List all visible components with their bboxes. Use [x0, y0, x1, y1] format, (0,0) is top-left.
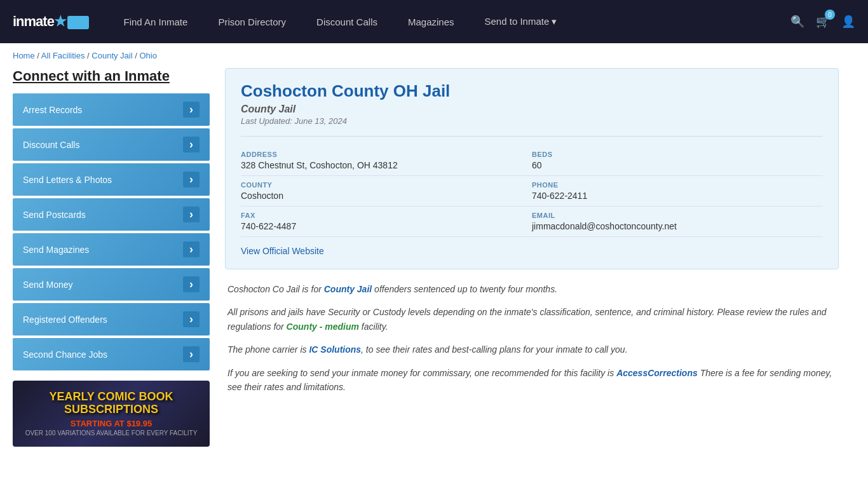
sidebar-item-registered-offenders[interactable]: Registered Offenders › [13, 303, 210, 336]
ad-note: OVER 100 VARIATIONS AVAILABLE FOR EVERY … [25, 430, 198, 437]
breadcrumb-home[interactable]: Home [13, 51, 35, 60]
sidebar-item-send-money[interactable]: Send Money › [13, 268, 210, 301]
nav-discount-calls[interactable]: Discount Calls [301, 0, 393, 43]
arrow-icon: › [183, 241, 200, 257]
sidebar-menu: Arrest Records › Discount Calls › Send L… [13, 93, 210, 370]
county-jail-link[interactable]: County Jail [324, 284, 372, 294]
fax-cell: FAX 740-622-4487 [241, 207, 532, 237]
nav-send-to-inmate[interactable]: Send to Inmate ▾ [470, 0, 573, 43]
nav-find-inmate[interactable]: Find An Inmate [108, 0, 203, 43]
nav-prison-directory[interactable]: Prison Directory [203, 0, 301, 43]
logo-text: inmate★AID [13, 13, 89, 30]
info-para1: Coshocton Co Jail is for County Jail off… [227, 282, 836, 296]
list-item: Send Money › [13, 268, 210, 301]
arrow-icon: › [183, 346, 200, 362]
breadcrumb: Home / All Facilities / County Jail / Oh… [0, 43, 868, 68]
fax-label: FAX [241, 212, 524, 219]
sidebar-item-send-postcards[interactable]: Send Postcards › [13, 198, 210, 231]
search-icon[interactable]: 🔍 [790, 15, 804, 29]
info-para4: If you are seeking to send your inmate m… [227, 366, 836, 395]
facility-card: Coshocton County OH Jail County Jail Las… [225, 68, 839, 269]
connect-title: Connect with an Inmate [13, 68, 210, 85]
ic-solutions-link[interactable]: IC Solutions [309, 344, 361, 355]
arrow-icon: › [183, 137, 200, 152]
list-item: Send Letters & Photos › [13, 163, 210, 196]
county-cell: COUNTY Coshocton [241, 176, 532, 207]
phone-label: PHONE [532, 181, 815, 189]
main-layout: Connect with an Inmate Arrest Records › … [0, 68, 851, 459]
ad-banner[interactable]: YEARLY COMIC BOOKSUBSCRIPTIONS STARTING … [13, 381, 210, 447]
facility-details: ADDRESS 328 Chestnut St, Coshocton, OH 4… [241, 136, 823, 237]
address-value: 328 Chestnut St, Coshocton, OH 43812 [241, 160, 524, 170]
county-medium-link[interactable]: County - medium [287, 322, 359, 332]
breadcrumb-county-jail[interactable]: County Jail [92, 51, 132, 60]
arrow-icon: › [183, 311, 200, 327]
list-item: Registered Offenders › [13, 303, 210, 336]
info-para2: All prisons and jails have Security or C… [227, 305, 836, 334]
facility-type: County Jail [241, 104, 823, 115]
cart-badge: 0 [825, 10, 835, 20]
list-item: Discount Calls › [13, 128, 210, 161]
sidebar-item-arrest-records[interactable]: Arrest Records › [13, 93, 210, 126]
breadcrumb-all-facilities[interactable]: All Facilities [41, 51, 85, 60]
sidebar-item-second-chance-jobs[interactable]: Second Chance Jobs › [13, 338, 210, 370]
ad-subtitle: STARTING AT $19.95 [71, 419, 152, 428]
phone-value: 740-622-2411 [532, 191, 815, 201]
sidebar-item-discount-calls[interactable]: Discount Calls › [13, 128, 210, 161]
sidebar-item-send-magazines[interactable]: Send Magazines › [13, 233, 210, 266]
website-link[interactable]: View Official Website [241, 246, 324, 256]
county-label: COUNTY [241, 181, 524, 189]
facility-updated: Last Updated: June 13, 2024 [241, 116, 823, 126]
address-cell: ADDRESS 328 Chestnut St, Coshocton, OH 4… [241, 146, 532, 176]
phone-cell: PHONE 740-622-2411 [532, 176, 823, 207]
county-value: Coshocton [241, 191, 524, 201]
email-cell: EMAIL jimmacdonald@coshoctoncounty.net [532, 207, 823, 237]
arrow-icon: › [183, 276, 200, 292]
breadcrumb-ohio[interactable]: Ohio [139, 51, 156, 60]
list-item: Send Magazines › [13, 233, 210, 266]
arrow-icon: › [183, 172, 200, 187]
list-item: Send Postcards › [13, 198, 210, 231]
header-icons: 🔍 🛒 0 👤 [790, 15, 855, 29]
facility-name: Coshocton County OH Jail [241, 81, 823, 101]
info-para3: The phone carrier is IC Solutions, to se… [227, 342, 836, 356]
logo[interactable]: inmate★AID [13, 13, 89, 30]
sidebar: Connect with an Inmate Arrest Records › … [13, 68, 210, 447]
sidebar-item-send-letters[interactable]: Send Letters & Photos › [13, 163, 210, 196]
address-label: ADDRESS [241, 151, 524, 158]
list-item: Arrest Records › [13, 93, 210, 126]
arrow-icon: › [183, 207, 200, 222]
nav-magazines[interactable]: Magazines [393, 0, 470, 43]
ad-title: YEARLY COMIC BOOKSUBSCRIPTIONS [49, 391, 173, 416]
beds-value: 60 [532, 160, 815, 170]
arrow-icon: › [183, 102, 200, 118]
list-item: Second Chance Jobs › [13, 338, 210, 370]
cart-icon[interactable]: 🛒 0 [816, 15, 830, 29]
user-icon[interactable]: 👤 [841, 15, 855, 29]
beds-label: BEDS [532, 151, 815, 158]
email-value: jimmacdonald@coshoctoncounty.net [532, 221, 815, 231]
beds-cell: BEDS 60 [532, 146, 823, 176]
access-corrections-link[interactable]: AccessCorrections [616, 368, 698, 378]
email-label: EMAIL [532, 212, 815, 219]
main-content: Coshocton County OH Jail County Jail Las… [225, 68, 839, 447]
main-nav: Find An Inmate Prison Directory Discount… [108, 0, 790, 43]
info-section: Coshocton Co Jail is for County Jail off… [225, 282, 839, 394]
site-header: inmate★AID Find An Inmate Prison Directo… [0, 0, 868, 43]
fax-value: 740-622-4487 [241, 221, 524, 231]
